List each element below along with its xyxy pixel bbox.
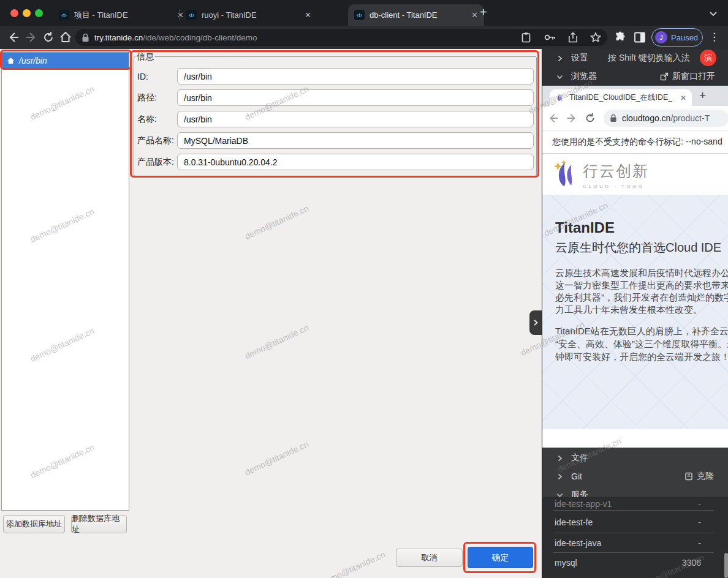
collapse-panel-handle[interactable] xyxy=(529,310,542,335)
extensions-puzzle-icon[interactable] xyxy=(614,31,626,43)
git-label: Git xyxy=(571,471,582,481)
new-tab-button[interactable]: + xyxy=(699,89,706,102)
ide-tree-section: 文件 Git 克隆 服务 xyxy=(542,448,728,578)
ide-side-panel: 设置 按 Shift 键切换输入法 演 浏览器 新窗口打开 xyxy=(542,49,728,578)
tab-project[interactable]: ‹t› 项目 - TitanIDE ✕ xyxy=(53,4,190,26)
tab-search-chevron-icon[interactable] xyxy=(707,7,719,20)
field-label-name: 名称: xyxy=(137,111,175,127)
side-panel-icon[interactable] xyxy=(634,31,646,43)
profile-chip[interactable]: J Paused xyxy=(651,28,703,47)
cloudtogo-logo-sub: CLOUD · TOGO xyxy=(583,184,649,189)
tab-label: ruoyi - TitanIDE xyxy=(202,10,257,20)
field-input-product[interactable]: MySQL/MariaDB xyxy=(177,132,534,149)
open-new-window-button[interactable]: 新窗口打开 xyxy=(660,71,715,82)
open-new-window-label: 新窗口打开 xyxy=(672,71,715,82)
field-input-id[interactable]: /usr/bin xyxy=(177,68,534,84)
hero-paragraph-1: 云原生技术高速发展和后疫情时代远程办公等新 这一智力密集型工作提出更高的要求也带… xyxy=(555,267,728,316)
embedded-tab-title: TitanIDE_CloudIDE_在线IDE_ xyxy=(569,92,672,103)
close-tab-icon[interactable]: ✕ xyxy=(305,10,311,20)
tree-item-files[interactable]: 文件 xyxy=(542,449,728,467)
db-client-app: /usr/bin 信息 ID: /usr/bin 路径: /usr/bin 名称… xyxy=(0,49,542,578)
password-key-icon[interactable] xyxy=(544,33,556,42)
avatar: J xyxy=(655,31,667,43)
add-database-button[interactable]: 添加数据库地址 xyxy=(3,515,65,533)
forward-icon[interactable] xyxy=(25,31,38,44)
forward-icon[interactable] xyxy=(566,112,578,124)
back-icon[interactable] xyxy=(7,31,20,44)
titanide-favicon: ‹t› xyxy=(354,10,365,20)
cloudtogo-logo-name: 行云创新 xyxy=(583,161,649,181)
reload-icon[interactable] xyxy=(42,31,55,44)
external-link-icon xyxy=(660,72,669,81)
field-label-product: 产品名称: xyxy=(137,132,175,149)
hero-title: TitanIDE xyxy=(555,219,615,236)
address-bar[interactable]: try.titanide.cn/ide/web/coding/db-client… xyxy=(75,29,607,46)
profile-status: Paused xyxy=(671,33,698,42)
chevron-right-icon xyxy=(556,454,564,462)
git-clone-button[interactable]: 克隆 xyxy=(684,471,714,482)
home-icon[interactable] xyxy=(59,31,72,44)
chevron-down-icon xyxy=(556,73,564,81)
tab-db-client[interactable]: ‹t› db-client - TitanIDE ✕ xyxy=(348,4,484,26)
lock-icon xyxy=(610,114,617,122)
cloudtogo-logo-icon xyxy=(551,159,579,189)
service-row[interactable]: mysql 3306 xyxy=(542,552,728,572)
scrollbar-thumb[interactable] xyxy=(724,553,728,578)
embedded-tabstrip: TitanIDE_CloudIDE_在线IDE_ ✕ + xyxy=(542,86,728,106)
field-input-version[interactable]: 8.0.31-0ubuntu0.20.04.2 xyxy=(177,154,534,170)
database-list-item-selected[interactable]: /usr/bin xyxy=(2,53,129,69)
hero-subtitle: 云原生时代您的首选Cloud IDE xyxy=(555,239,721,256)
database-list xyxy=(1,52,129,511)
home-icon xyxy=(7,57,15,64)
embedded-address-bar[interactable]: cloudtogo.cn/product-T xyxy=(604,110,728,127)
input-method-hint: 按 Shift 键切换输入法 xyxy=(608,53,690,64)
service-row[interactable]: ide-test-fe - xyxy=(542,512,728,532)
embedded-tab[interactable]: TitanIDE_CloudIDE_在线IDE_ ✕ xyxy=(550,89,692,106)
screen: ‹t› 项目 - TitanIDE ✕ ‹t› ruoyi - TitanIDE… xyxy=(0,0,728,578)
back-icon[interactable] xyxy=(547,112,559,124)
hero-bottom-band xyxy=(542,429,728,448)
demo-badge[interactable]: 演 xyxy=(700,50,716,66)
unsupported-flag-warning: 您使用的是不受支持的命令行标记: --no-sand xyxy=(542,130,728,154)
close-tab-icon[interactable]: ✕ xyxy=(471,10,478,20)
tab-label: 项目 - TitanIDE xyxy=(74,10,128,21)
bookmark-star-icon[interactable] xyxy=(590,32,601,43)
url-path: /product-T xyxy=(670,113,710,123)
cancel-button[interactable]: 取消 xyxy=(396,549,463,567)
browser-section-row[interactable]: 浏览器 新窗口打开 xyxy=(542,67,728,86)
tab-label: db-client - TitanIDE xyxy=(370,10,438,20)
embedded-browser: TitanIDE_CloudIDE_在线IDE_ ✕ + xyxy=(542,86,728,448)
field-input-path[interactable]: /usr/bin xyxy=(177,89,534,106)
browser-tabstrip: ‹t› 项目 - TitanIDE ✕ ‹t› ruoyi - TitanIDE… xyxy=(0,0,728,26)
close-window-button[interactable] xyxy=(10,9,18,17)
embedded-toolbar: cloudtogo.cn/product-T xyxy=(542,106,728,130)
service-row[interactable]: ide-test-java - xyxy=(542,533,728,553)
field-label-id: ID: xyxy=(137,68,175,84)
hero-paragraph-2: TitanIDE站在无数巨人的肩膀上，补齐全云端开 “安全、高效、体验”这三个维… xyxy=(555,325,728,363)
url-host: try.titanide.cn xyxy=(94,33,143,42)
clone-icon xyxy=(684,472,693,481)
ok-button[interactable]: 确定 xyxy=(468,547,533,568)
chevron-right-icon xyxy=(556,473,564,481)
cloudtogo-logo-section: 行云创新 CLOUD · TOGO xyxy=(542,154,728,195)
url-host: cloudtogo.cn xyxy=(622,113,670,123)
close-tab-icon[interactable]: ✕ xyxy=(680,94,686,102)
browser-toolbar: try.titanide.cn/ide/web/coding/db-client… xyxy=(0,26,728,49)
tree-item-git[interactable]: Git 克隆 xyxy=(542,467,728,486)
tab-ruoyi[interactable]: ‹t› ruoyi - TitanIDE ✕ xyxy=(180,4,317,26)
remove-database-button[interactable]: 删除数据库地址 xyxy=(71,515,127,533)
new-tab-button[interactable]: + xyxy=(480,6,487,18)
row-divider xyxy=(553,510,714,511)
tab-divider xyxy=(179,9,180,20)
kebab-menu-icon[interactable]: ⋮ xyxy=(709,31,719,43)
field-label-version: 产品版本: xyxy=(137,154,175,170)
maximize-window-button[interactable] xyxy=(35,9,43,17)
settings-label: 设置 xyxy=(571,53,588,64)
reload-icon[interactable] xyxy=(584,112,596,124)
clipboard-icon[interactable] xyxy=(521,32,531,43)
share-icon[interactable] xyxy=(568,32,578,43)
field-input-name[interactable]: /usr/bin xyxy=(177,111,534,127)
service-row[interactable]: ide-test-app-v1 - xyxy=(542,497,728,514)
url-path: /ide/web/coding/db-client/demo xyxy=(143,33,257,42)
minimize-window-button[interactable] xyxy=(23,9,31,17)
